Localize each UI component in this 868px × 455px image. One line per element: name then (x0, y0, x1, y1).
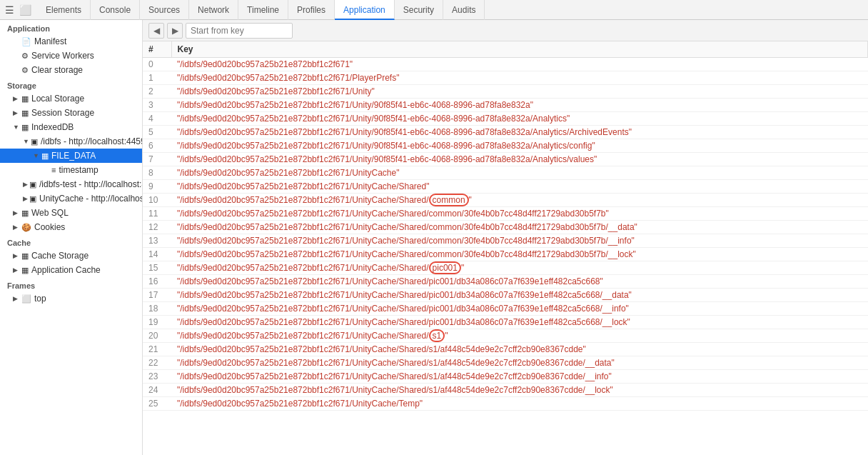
idb-table: #Key 0"/idbfs/9ed0d20bc957a25b21e872bbf1… (143, 41, 868, 411)
sidebar-item-label: Service Workers (31, 51, 94, 61)
table-row[interactable]: 8"/idbfs/9ed0d20bc957a25b21e872bbf1c2f67… (143, 166, 868, 180)
tab-audits[interactable]: Audits (443, 0, 485, 20)
sidebar-item-label: Application Cache (31, 265, 101, 275)
row-number: 9 (143, 180, 171, 194)
col-header-key: Key (171, 41, 868, 58)
device-icon[interactable]: ⬜ (19, 4, 31, 16)
table-row[interactable]: 23"/idbfs/9ed0d20bc957a25b21e872bbf1c2f6… (143, 370, 868, 384)
row-number: 18 (143, 302, 171, 316)
table-row[interactable]: 14"/idbfs/9ed0d20bc957a25b21e872bbf1c2f6… (143, 248, 868, 261)
tab-security[interactable]: Security (395, 0, 443, 20)
tree-arrow (23, 138, 29, 145)
tree-arrow (23, 195, 28, 202)
db-icon: ▣ (29, 194, 36, 204)
row-number: 13 (143, 234, 171, 248)
tree-arrow (13, 109, 20, 116)
tab-network[interactable]: Network (189, 0, 238, 20)
table-row[interactable]: 10"/idbfs/9ed0d20bc957a25b21e872bbf1c2f6… (143, 194, 868, 207)
row-key: "/idbfs/9ed0d20bc957a25b21e872bbf1c2f671… (171, 126, 868, 139)
sidebar-item-top[interactable]: ⬜top (0, 291, 142, 306)
row-key: "/idbfs/9ed0d20bc957a25b21e872bbf1c2f671… (171, 207, 868, 221)
cache-icon: ▦ (21, 266, 29, 275)
sidebar-item-clear-storage[interactable]: ⚙Clear storage (0, 63, 142, 77)
sidebar-item-label: Manifest (34, 36, 66, 46)
sidebar-item-label: Cache Storage (31, 251, 89, 261)
sidebar-item-file-data[interactable]: ▦FILE_DATA (0, 149, 142, 163)
row-number: 12 (143, 221, 171, 234)
table-row[interactable]: 1"/idbfs/9ed0d20bc957a25b21e872bbf1c2f67… (143, 71, 868, 85)
storage-icon: ▦ (21, 94, 29, 104)
sidebar-item-cookies[interactable]: 🍪Cookies (0, 220, 142, 234)
tab-application[interactable]: Application (335, 0, 395, 20)
circle-annotation: s1 (429, 329, 445, 342)
table-row[interactable]: 17"/idbfs/9ed0d20bc957a25b21e872bbf1c2f6… (143, 289, 868, 302)
table-row[interactable]: 19"/idbfs/9ed0d20bc957a25b21e872bbf1c2f6… (143, 316, 868, 329)
table-row[interactable]: 0"/idbfs/9ed0d20bc957a25b21e872bbf1c2f67… (143, 58, 868, 71)
search-input[interactable] (186, 23, 293, 39)
table-row[interactable]: 16"/idbfs/9ed0d20bc957a25b21e872bbf1c2f6… (143, 275, 868, 289)
row-number: 14 (143, 248, 171, 261)
sidebar-item-label: /idbfs - http://localhost:44599 (41, 136, 143, 146)
sidebar-item-cache-storage[interactable]: ▦Cache Storage (0, 249, 142, 263)
sidebar-item-label: FILE_DATA (51, 151, 96, 161)
row-number: 8 (143, 166, 171, 180)
row-key: "/idbfs/9ed0d20bc957a25b21e872bbf1c2f671… (171, 343, 868, 356)
sidebar-item-timestamp[interactable]: ≡timestamp (0, 163, 142, 177)
table-row[interactable]: 11"/idbfs/9ed0d20bc957a25b21e872bbf1c2f6… (143, 207, 868, 221)
tab-sources[interactable]: Sources (140, 0, 189, 20)
table-row[interactable]: 24"/idbfs/9ed0d20bc957a25b21e872bbf1c2f6… (143, 384, 868, 397)
back-button[interactable]: ◀ (148, 23, 164, 39)
devtools-tabs: ElementsConsoleSourcesNetworkTimelinePro… (37, 0, 485, 20)
tree-arrow (13, 224, 20, 231)
row-key: "/idbfs/9ed0d20bc957a25b21e872bbf1c2f671… (171, 58, 868, 71)
table-row[interactable]: 5"/idbfs/9ed0d20bc957a25b21e872bbf1c2f67… (143, 126, 868, 139)
table-row[interactable]: 22"/idbfs/9ed0d20bc957a25b21e872bbf1c2f6… (143, 356, 868, 370)
table-row[interactable]: 12"/idbfs/9ed0d20bc957a25b21e872bbf1c2f6… (143, 221, 868, 234)
row-number: 15 (143, 261, 171, 275)
tab-elements[interactable]: Elements (37, 0, 91, 20)
table-row[interactable]: 13"/idbfs/9ed0d20bc957a25b21e872bbf1c2f6… (143, 234, 868, 248)
row-key: "/idbfs/9ed0d20bc957a25b21e872bbf1c2f671… (171, 289, 868, 302)
row-number: 17 (143, 289, 171, 302)
inspect-icon[interactable]: ☰ (3, 4, 16, 16)
table-row[interactable]: 25"/idbfs/9ed0d20bc957a25b21e872bbf1c2f6… (143, 397, 868, 411)
row-key: "/idbfs/9ed0d20bc957a25b21e872bbf1c2f671… (171, 180, 868, 194)
table-row[interactable]: 21"/idbfs/9ed0d20bc957a25b21e872bbf1c2f6… (143, 343, 868, 356)
tab-console[interactable]: Console (91, 0, 140, 20)
tab-profiles[interactable]: Profiles (288, 0, 335, 20)
sidebar-item-manifest[interactable]: 📄Manifest (0, 34, 142, 49)
table-row[interactable]: 3"/idbfs/9ed0d20bc957a25b21e872bbf1c2f67… (143, 99, 868, 112)
table-row[interactable]: 7"/idbfs/9ed0d20bc957a25b21e872bbf1c2f67… (143, 153, 868, 166)
db-icon: ▣ (31, 137, 38, 146)
sidebar-item-application-cache[interactable]: ▦Application Cache (0, 263, 142, 277)
tab-timeline[interactable]: Timeline (238, 0, 288, 20)
toolbar-icons: ☰ ⬜ (3, 4, 31, 16)
sidebar-item-label: Local Storage (31, 94, 84, 104)
storage-icon: ▦ (21, 123, 29, 132)
table-row[interactable]: 2"/idbfs/9ed0d20bc957a25b21e872bbf1c2f67… (143, 85, 868, 99)
table-row[interactable]: 15"/idbfs/9ed0d20bc957a25b21e872bbf1c2f6… (143, 261, 868, 275)
table-row[interactable]: 20"/idbfs/9ed0d20bc957a25b21e872bbf1c2f6… (143, 329, 868, 343)
sidebar-item-label: Clear storage (31, 65, 83, 75)
sidebar-item-session-storage[interactable]: ▦Session Storage (0, 106, 142, 120)
sidebar-item-indexeddb[interactable]: ▦IndexedDB (0, 120, 142, 134)
gear-icon: ⚙ (21, 51, 29, 61)
sidebar-item-unity-cache[interactable]: ▣UnityCache - http://localhost:44599 (0, 191, 142, 206)
table-row[interactable]: 4"/idbfs/9ed0d20bc957a25b21e872bbf1c2f67… (143, 112, 868, 126)
table-row[interactable]: 18"/idbfs/9ed0d20bc957a25b21e872bbf1c2f6… (143, 302, 868, 316)
storage-icon: ▦ (21, 109, 29, 118)
circle-annotation: common (429, 194, 469, 206)
table-row[interactable]: 9"/idbfs/9ed0d20bc957a25b21e872bbf1c2f67… (143, 180, 868, 194)
table-row[interactable]: 6"/idbfs/9ed0d20bc957a25b21e872bbf1c2f67… (143, 139, 868, 153)
row-number: 23 (143, 370, 171, 384)
forward-button[interactable]: ▶ (167, 23, 183, 39)
sidebar-item-local-storage[interactable]: ▦Local Storage (0, 91, 142, 106)
sidebar-item-idbfs-host[interactable]: ▣/idbfs - http://localhost:44599 (0, 134, 142, 149)
table-header: #Key (143, 41, 868, 58)
sidebar-item-idbfs-test[interactable]: ▣/idbfs-test - http://localhost:44599 (0, 177, 142, 191)
tree-arrow (13, 209, 20, 216)
tree-arrow (33, 152, 40, 159)
sidebar-item-service-workers[interactable]: ⚙Service Workers (0, 49, 142, 63)
idb-toolbar: ◀ ▶ (143, 20, 868, 41)
sidebar-item-web-sql[interactable]: ▦Web SQL (0, 206, 142, 220)
